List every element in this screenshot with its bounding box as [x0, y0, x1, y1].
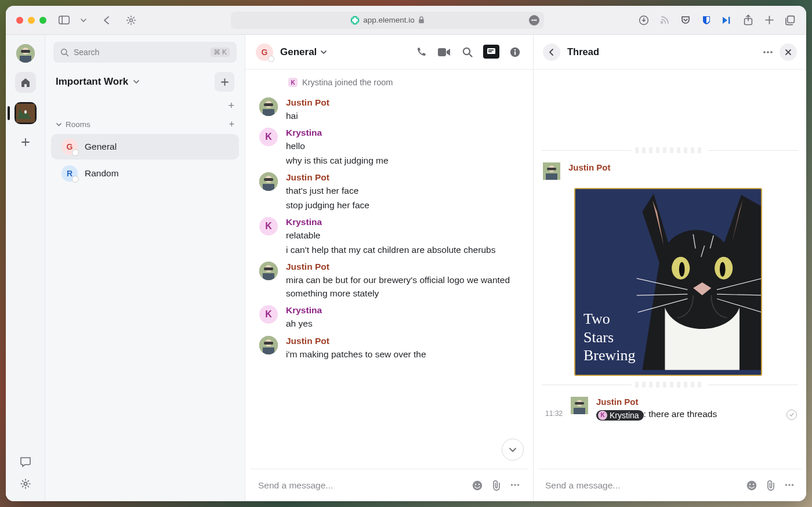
rooms-section-header[interactable]: Rooms +: [45, 115, 245, 133]
message-text: why is this cat judging me: [286, 154, 519, 168]
room-search-icon[interactable]: [460, 45, 475, 60]
address-bar[interactable]: app.element.io •••: [231, 12, 544, 29]
message-list[interactable]: K Krystina joined the room Justin Pot ha…: [245, 70, 533, 469]
message-author[interactable]: Krystina: [286, 217, 519, 227]
message-avatar[interactable]: [259, 172, 278, 191]
pocket-icon[interactable]: [680, 15, 691, 26]
sidebar-dropdown-icon[interactable]: [78, 15, 89, 26]
svg-rect-19: [488, 49, 494, 50]
room-name: Random: [85, 168, 119, 179]
attachment-icon[interactable]: [766, 480, 776, 491]
mention-pill[interactable]: K Krystina: [596, 410, 644, 421]
message-author[interactable]: Justin Pot: [286, 97, 519, 108]
more-options-icon[interactable]: [784, 480, 795, 491]
user-avatar[interactable]: [16, 44, 35, 63]
svg-rect-51: [547, 168, 556, 171]
voice-call-icon[interactable]: [414, 45, 429, 60]
svg-point-3: [351, 16, 359, 24]
thread-back-button[interactable]: [543, 44, 560, 61]
search-placeholder: Search: [74, 48, 99, 57]
room-name: General: [85, 142, 117, 152]
back-icon[interactable]: [101, 15, 113, 26]
attachment-icon[interactable]: [491, 480, 502, 491]
space-add-button[interactable]: [215, 72, 234, 92]
svg-rect-59: [575, 402, 584, 405]
thread-close-button[interactable]: [780, 44, 797, 61]
svg-point-47: [767, 51, 769, 53]
video-call-icon[interactable]: [437, 45, 452, 60]
svg-point-22: [514, 49, 516, 50]
thread-image[interactable]: Two Stars Brewing: [574, 188, 762, 376]
settings-gear-icon[interactable]: [125, 15, 137, 26]
threads-sidebar-icon[interactable]: [20, 456, 31, 468]
room-item[interactable]: R Random: [51, 161, 239, 186]
search-input[interactable]: Search ⌘ K: [53, 42, 237, 63]
read-receipt-icon: [786, 410, 797, 420]
space-home[interactable]: [15, 72, 36, 93]
rss-icon[interactable]: [659, 15, 670, 26]
bitwarden-icon[interactable]: [701, 15, 712, 26]
composer-input[interactable]: [258, 480, 465, 491]
settings-sidebar-icon[interactable]: [20, 478, 31, 490]
search-icon: [60, 48, 69, 57]
thread-more-icon[interactable]: [762, 46, 774, 58]
room-info-icon[interactable]: [507, 45, 523, 60]
emoji-icon[interactable]: [746, 480, 757, 491]
threads-icon[interactable]: [483, 45, 499, 59]
reply-time: 11:32: [543, 397, 563, 418]
window-close[interactable]: [16, 17, 23, 24]
svg-rect-16: [438, 48, 446, 56]
titlebar: app.element.io •••: [6, 6, 806, 35]
message-author[interactable]: Krystina: [286, 305, 519, 316]
room-avatar: G: [61, 139, 78, 155]
add-sublist-icon[interactable]: +: [228, 100, 234, 112]
message-avatar[interactable]: [259, 97, 278, 116]
message-text: that's just her face: [286, 184, 519, 198]
new-tab-icon[interactable]: [763, 15, 775, 26]
url-text: app.element.io: [363, 16, 415, 24]
room-avatar: R: [61, 165, 78, 182]
svg-point-48: [770, 51, 773, 53]
message-avatar[interactable]: K: [259, 305, 278, 324]
add-room-icon[interactable]: +: [229, 119, 234, 129]
reply-author-avatar[interactable]: [571, 397, 588, 414]
tabs-icon[interactable]: [784, 15, 796, 26]
share-icon[interactable]: [742, 15, 754, 26]
emoji-icon[interactable]: [472, 480, 483, 491]
sidebar-toggle-icon[interactable]: [58, 15, 70, 26]
jump-to-latest-button[interactable]: [502, 439, 524, 461]
more-options-icon[interactable]: [510, 480, 520, 491]
room-list-panel: Search ⌘ K Important Work + Rooms + G Ge…: [45, 35, 245, 501]
svg-point-46: [763, 51, 766, 53]
room-header-avatar[interactable]: G: [256, 44, 273, 61]
svg-rect-18: [487, 48, 495, 54]
message-author[interactable]: Justin Pot: [286, 172, 519, 183]
thread-body[interactable]: Justin Pot: [534, 70, 806, 469]
space-add-button[interactable]: [17, 133, 34, 151]
message-avatar[interactable]: [259, 262, 278, 280]
space-menu-chevron-icon[interactable]: [133, 78, 140, 85]
message-avatar[interactable]: [259, 336, 278, 354]
svg-rect-27: [263, 109, 274, 116]
downloads-icon[interactable]: [638, 15, 650, 26]
space-name[interactable]: Important Work: [56, 76, 128, 88]
reader-mode-icon[interactable]: •••: [529, 15, 539, 26]
room-name-button[interactable]: General: [280, 46, 327, 58]
svg-rect-23: [514, 51, 516, 55]
message-author[interactable]: Justin Pot: [286, 262, 519, 272]
play-icon[interactable]: [722, 15, 733, 26]
window-minimize[interactable]: [28, 17, 35, 24]
svg-rect-11: [21, 50, 30, 53]
thread-author-avatar[interactable]: [543, 162, 560, 180]
thread-composer-input[interactable]: [545, 480, 739, 491]
message-avatar[interactable]: K: [259, 128, 278, 146]
space-selected[interactable]: [14, 102, 37, 124]
window-zoom[interactable]: [39, 17, 46, 24]
svg-point-66: [792, 484, 793, 486]
room-item[interactable]: G General: [51, 134, 239, 160]
chat-panel: G General K Krystina joi: [245, 35, 534, 501]
message-author[interactable]: Justin Pot: [286, 336, 519, 346]
message-author[interactable]: Krystina: [286, 128, 519, 138]
message-avatar[interactable]: K: [259, 217, 278, 236]
thread-title: Thread: [567, 46, 599, 57]
